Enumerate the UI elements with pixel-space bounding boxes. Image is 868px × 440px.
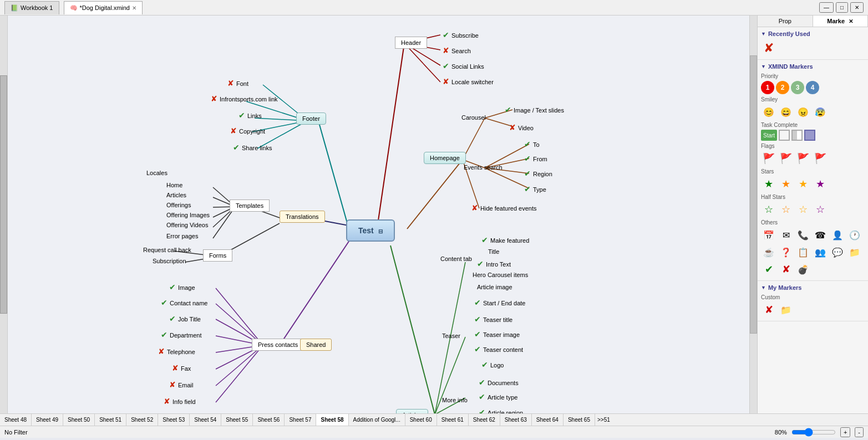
node-links[interactable]: ✔Links xyxy=(235,110,265,121)
node-start-end-date[interactable]: ✔Start / End date xyxy=(471,297,529,308)
mindmap-vscroll[interactable] xyxy=(749,16,757,413)
node-article-image[interactable]: Article image xyxy=(474,283,516,291)
flag-red[interactable]: 🚩 xyxy=(778,151,794,166)
smiley-laugh[interactable]: 😄 xyxy=(778,104,794,120)
close-panel-icon[interactable]: ✕ xyxy=(849,18,853,24)
priority-1[interactable]: 1 xyxy=(761,81,774,94)
vscroll-thumb[interactable] xyxy=(750,55,757,334)
half-star-yellow[interactable]: ☆ xyxy=(795,202,811,217)
zoom-in-button[interactable]: + xyxy=(840,427,850,437)
central-node[interactable]: Test ⊟ xyxy=(346,219,395,242)
node-font[interactable]: ✘Font xyxy=(224,78,252,89)
sheet-tab-61[interactable]: Sheet 61 xyxy=(437,414,469,426)
marker-x-red[interactable]: ✘ xyxy=(761,40,776,56)
marker-calendar[interactable]: 📅 xyxy=(761,227,776,243)
node-hero-carousel[interactable]: Hero Carousel items xyxy=(469,270,531,279)
sheet-tab-51[interactable]: Sheet 51 xyxy=(95,414,126,426)
tab-dogdigital[interactable]: 🧠 *Dog Digital.xmind ✕ xyxy=(64,1,143,14)
close-tab-icon[interactable]: ✕ xyxy=(132,5,136,11)
maximize-button[interactable]: □ xyxy=(836,2,848,13)
node-logo[interactable]: ✔Logo xyxy=(478,359,507,370)
more-sheets-button[interactable]: >>51 xyxy=(595,416,612,424)
node-job-title[interactable]: ✔Job Title xyxy=(166,313,204,324)
marker-help[interactable]: ❓ xyxy=(778,244,794,260)
sheet-tab-53[interactable]: Sheet 53 xyxy=(158,414,190,426)
node-offering-videos[interactable]: Offering Videos xyxy=(163,221,211,229)
marker-x[interactable]: ✘ xyxy=(778,262,794,277)
node-teaser-content[interactable]: ✔Teaser content xyxy=(471,344,526,355)
node-subscribe[interactable]: ✔Subscribe xyxy=(439,29,482,40)
node-offering-images[interactable]: Offering Images xyxy=(163,211,213,219)
node-articles-tmpl[interactable]: Articles xyxy=(163,191,190,199)
sheet-tab-65[interactable]: Sheet 65 xyxy=(564,414,595,426)
sheet-tab-54[interactable]: Sheet 54 xyxy=(190,414,221,426)
node-article-region[interactable]: ✔Article region xyxy=(475,407,526,413)
sheet-tab-addition[interactable]: Addition of Googl... xyxy=(349,414,405,426)
node-templates[interactable]: Templates xyxy=(230,199,270,212)
marker-phone[interactable]: 📞 xyxy=(795,227,811,243)
node-share-links[interactable]: ✔Share links xyxy=(230,142,275,153)
star-orange[interactable]: ★ xyxy=(778,176,794,192)
tab-properties[interactable]: Prop xyxy=(758,16,813,27)
smiley-angry[interactable]: 😠 xyxy=(795,104,811,120)
node-homepage[interactable]: Homepage xyxy=(424,152,466,164)
node-teaser-title[interactable]: ✔Teaser title xyxy=(471,314,516,325)
zoom-slider[interactable] xyxy=(791,428,836,437)
node-intro-text[interactable]: ✔Intro Text xyxy=(474,258,514,269)
smiley-happy[interactable]: 😊 xyxy=(761,104,776,120)
flag-purple[interactable]: 🚩 xyxy=(813,151,828,166)
node-info-field[interactable]: ✘Info field xyxy=(160,396,199,407)
star-purple[interactable]: ★ xyxy=(813,176,828,192)
task-done[interactable] xyxy=(804,130,815,141)
node-infrontsports[interactable]: ✘Infrontsports.com link xyxy=(207,93,281,104)
tab-workbook1[interactable]: 📗 Workbook 1 xyxy=(4,1,59,14)
node-telephone[interactable]: ✘Telephone xyxy=(155,346,199,357)
node-press-contacts[interactable]: Press contacts xyxy=(252,339,304,351)
node-fax[interactable]: ✘Fax xyxy=(169,362,194,374)
node-copyright[interactable]: ✘Copyright xyxy=(227,125,268,136)
marker-telephone[interactable]: ☎ xyxy=(813,227,828,243)
node-home[interactable]: Home xyxy=(163,181,186,190)
task-start[interactable]: Start xyxy=(761,130,777,141)
node-request-callback[interactable]: Request call back xyxy=(140,245,195,254)
mindmap-canvas[interactable]: Test ⊟ Header ✔Subscribe ✘Search ✔Social… xyxy=(8,16,757,413)
priority-4[interactable]: 4 xyxy=(806,81,819,94)
marker-bomb[interactable]: 💣 xyxy=(795,262,811,277)
marker-check[interactable]: ✔ xyxy=(761,262,776,277)
node-header[interactable]: Header xyxy=(395,37,427,49)
sheet-tab-63[interactable]: Sheet 63 xyxy=(500,414,532,426)
node-search[interactable]: ✘Search xyxy=(439,45,474,56)
tab-markers[interactable]: Marke ✕ xyxy=(813,16,869,27)
node-subscription[interactable]: Subscription xyxy=(149,257,190,265)
sheet-tab-50[interactable]: Sheet 50 xyxy=(63,414,95,426)
node-articles[interactable]: Articles xyxy=(396,409,428,413)
sheet-tab-64[interactable]: Sheet 64 xyxy=(532,414,564,426)
node-image[interactable]: ✔Image xyxy=(166,282,199,293)
node-article-type[interactable]: ✔Article type xyxy=(475,391,521,402)
node-documents[interactable]: ✔Documents xyxy=(475,377,522,388)
node-hide-featured[interactable]: ✘Hide featured events xyxy=(468,202,540,213)
node-contact-name[interactable]: ✔Contact name xyxy=(158,297,211,308)
node-image-text-slides[interactable]: ✔Image / Text slides xyxy=(501,104,567,115)
node-error-pages[interactable]: Error pages xyxy=(163,232,201,241)
sheet-tab-52[interactable]: Sheet 52 xyxy=(126,414,158,426)
vertical-scrollbar[interactable] xyxy=(0,16,8,413)
node-locale-switcher[interactable]: ✘Locale switcher xyxy=(439,76,497,87)
close-button[interactable]: ✕ xyxy=(850,2,864,13)
node-type[interactable]: ✔Type xyxy=(521,183,550,195)
half-star-green[interactable]: ☆ xyxy=(761,202,776,217)
star-green[interactable]: ★ xyxy=(761,176,776,192)
marker-chat[interactable]: 💬 xyxy=(830,244,845,260)
node-from[interactable]: ✔From xyxy=(521,153,551,164)
sheet-tab-56[interactable]: Sheet 56 xyxy=(253,414,285,426)
node-footer[interactable]: Footer xyxy=(296,112,326,125)
custom-folder[interactable]: 📁 xyxy=(778,302,794,318)
sheet-tab-48[interactable]: Sheet 48 xyxy=(0,414,32,426)
node-email[interactable]: ✘Email xyxy=(166,379,197,390)
node-offerings[interactable]: Offerings xyxy=(163,201,194,209)
sheet-tab-55[interactable]: Sheet 55 xyxy=(221,414,253,426)
node-to[interactable]: ✔To xyxy=(521,139,543,150)
node-translations[interactable]: Translations xyxy=(280,211,325,223)
priority-2[interactable]: 2 xyxy=(776,81,789,94)
task-empty[interactable] xyxy=(779,130,790,141)
